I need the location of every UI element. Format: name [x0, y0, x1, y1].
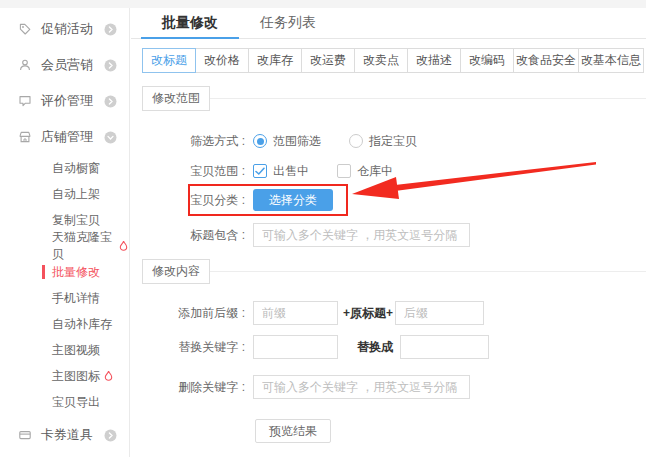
sidebar-item-promotions[interactable]: 促销活动	[0, 11, 129, 47]
replace-with-input[interactable]	[400, 335, 489, 359]
filter-mode-label: 筛选方式 :	[131, 133, 245, 150]
checkbox-in-warehouse-label[interactable]: 仓库中	[357, 163, 393, 180]
chevron-right-icon[interactable]	[104, 95, 117, 108]
replace-with-text: 替换成	[357, 339, 393, 356]
sidebar-subitem-label: 天猫克隆宝贝	[52, 229, 115, 263]
sidebar-item-label: 店铺管理	[41, 128, 93, 146]
prefix-input[interactable]	[253, 301, 338, 325]
sidebar-subitem-label: 复制宝贝	[52, 212, 100, 229]
chevron-right-icon[interactable]	[104, 59, 117, 72]
subtab-edit-stock[interactable]: 改库存	[248, 48, 302, 73]
sidebar-item-member-marketing[interactable]: 会员营销	[0, 47, 129, 83]
sidebar-subitem-label: 自动上架	[52, 186, 100, 203]
replace-keyword-label: 替换关键字 :	[131, 339, 245, 356]
sidebar-subitem-main-image-icon[interactable]: 主图图标	[0, 363, 129, 389]
sidebar-subitem-label: 手机详情	[52, 290, 100, 307]
comment-icon	[18, 94, 32, 108]
user-icon	[18, 58, 32, 72]
sidebar-subitem-auto-restock[interactable]: 自动补库存	[0, 311, 129, 337]
chevron-right-icon[interactable]	[104, 23, 117, 36]
sidebar-subitem-label: 主图图标	[52, 368, 100, 385]
sidebar-item-label: 评价管理	[41, 92, 93, 110]
section-divider	[210, 98, 646, 99]
sidebar-subitem-label: 批量修改	[52, 264, 100, 281]
delete-keyword-input[interactable]	[253, 375, 470, 399]
hot-flame-icon	[118, 240, 129, 252]
title-contains-input[interactable]	[253, 223, 470, 247]
sidebar-subitem-auto-listing[interactable]: 自动上架	[0, 181, 129, 207]
shop-icon	[18, 130, 32, 144]
title-contains-row: 标题包含 :	[131, 223, 646, 247]
delete-keyword-row: 删除关键字 :	[131, 375, 646, 399]
sidebar-subitem-label: 自动补库存	[52, 316, 112, 333]
tab-bar: 批量修改 任务列表	[131, 8, 646, 39]
item-category-label: 宝贝分类 :	[131, 192, 245, 209]
sidebar-item-review-management[interactable]: 评价管理	[0, 83, 129, 119]
content-section-legend: 修改内容	[142, 259, 210, 284]
sidebar-subitem-label: 自动橱窗	[52, 160, 100, 177]
sidebar-item-shop-management[interactable]: 店铺管理	[0, 119, 129, 155]
section-divider	[210, 271, 646, 272]
sidebar-item-label: 促销活动	[41, 20, 93, 38]
tag-icon	[18, 22, 32, 36]
radio-specified-items[interactable]	[349, 134, 363, 148]
original-title-text: +原标题+	[343, 305, 393, 322]
sidebar-subitem-label: 宝贝导出	[52, 394, 100, 411]
chevron-down-icon[interactable]	[104, 131, 117, 144]
subtab-edit-shipping[interactable]: 改运费	[301, 48, 355, 73]
sidebar: 促销活动 会员营销 评价管理	[0, 0, 130, 457]
sidebar-subitem-item-export[interactable]: 宝贝导出	[0, 389, 129, 415]
replace-find-input[interactable]	[253, 335, 338, 359]
sidebar-subitem-label: 主图视频	[52, 342, 100, 359]
subtab-edit-description[interactable]: 改描述	[407, 48, 461, 73]
sidebar-subitem-auto-showcase[interactable]: 自动橱窗	[0, 155, 129, 181]
checkbox-on-sale[interactable]	[253, 164, 267, 178]
filter-mode-row: 筛选方式 : 范围筛选 指定宝贝	[131, 131, 646, 151]
chevron-right-icon[interactable]	[104, 429, 117, 442]
add-affix-row: 添加前后缀 : +原标题+	[131, 301, 646, 325]
checkbox-on-sale-label[interactable]: 出售中	[273, 163, 309, 180]
content-section-header: 修改内容	[142, 259, 646, 284]
title-contains-label: 标题包含 :	[131, 227, 245, 244]
subtab-bar: 改标题 改价格 改库存 改运费 改卖点 改描述 改编码 改食品安全 改基本信息	[142, 48, 646, 73]
subtab-edit-selling-point[interactable]: 改卖点	[354, 48, 408, 73]
scope-section-legend: 修改范围	[142, 86, 210, 111]
item-category-row: 宝贝分类 : 选择分类	[131, 184, 646, 216]
top-strip	[0, 0, 646, 8]
replace-keyword-row: 替换关键字 : 替换成	[131, 335, 646, 359]
sidebar-subitem-batch-edit[interactable]: 批量修改	[0, 259, 129, 285]
radio-range-filter-label[interactable]: 范围筛选	[273, 133, 321, 150]
radio-range-filter[interactable]	[253, 134, 267, 148]
item-range-label: 宝贝范围 :	[131, 163, 245, 180]
sidebar-subitem-mobile-detail[interactable]: 手机详情	[0, 285, 129, 311]
hot-flame-icon	[103, 370, 114, 382]
preview-result-button[interactable]: 预览结果	[255, 419, 331, 443]
item-range-row: 宝贝范围 : 出售中 仓库中	[131, 161, 646, 181]
sidebar-subitem-tmall-clone[interactable]: 天猫克隆宝贝	[0, 233, 129, 259]
checkbox-in-warehouse[interactable]	[337, 164, 351, 178]
subtab-edit-food-safety[interactable]: 改食品安全	[513, 48, 579, 73]
sidebar-item-coupon-props[interactable]: 卡券道具	[0, 417, 129, 453]
delete-keyword-label: 删除关键字 :	[131, 379, 245, 396]
tab-batch-edit[interactable]: 批量修改	[141, 8, 239, 39]
main-content: 批量修改 任务列表 改标题 改价格 改库存 改运费 改卖点 改描述 改编码 改食…	[131, 8, 646, 457]
sidebar-sublist-shop: 自动橱窗 自动上架 复制宝贝 天猫克隆宝贝 批量修改 手机详情	[0, 155, 129, 415]
preview-row: 预览结果	[131, 419, 646, 443]
active-indicator-bar	[42, 265, 45, 279]
sidebar-item-label: 会员营销	[41, 56, 93, 74]
add-affix-label: 添加前后缀 :	[131, 305, 245, 322]
suffix-input[interactable]	[395, 301, 484, 325]
radio-specified-items-label[interactable]: 指定宝贝	[369, 133, 417, 150]
sidebar-item-label: 卡券道具	[41, 426, 93, 444]
tab-task-list[interactable]: 任务列表	[239, 8, 337, 38]
sidebar-subitem-main-video[interactable]: 主图视频	[0, 337, 129, 363]
card-icon	[18, 428, 32, 442]
subtab-edit-basic-info[interactable]: 改基本信息	[578, 48, 644, 73]
scope-section-header: 修改范围	[142, 86, 646, 111]
select-category-button[interactable]: 选择分类	[253, 189, 333, 211]
subtab-edit-price[interactable]: 改价格	[195, 48, 249, 73]
app-window: 促销活动 会员营销 评价管理	[0, 0, 646, 457]
subtab-edit-title[interactable]: 改标题	[142, 48, 196, 73]
subtab-edit-code[interactable]: 改编码	[460, 48, 514, 73]
